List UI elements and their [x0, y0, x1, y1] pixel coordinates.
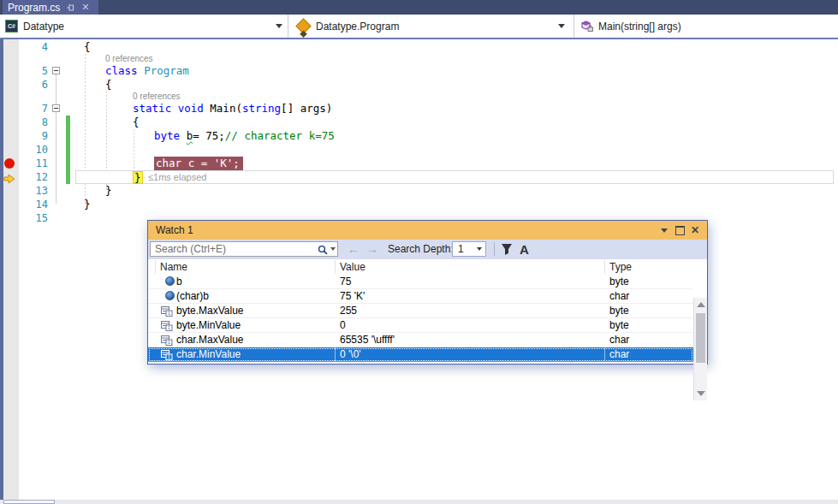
project-dropdown[interactable]: C# Datatype [5, 15, 64, 38]
code-token [180, 129, 187, 142]
code-line[interactable]: } [84, 198, 91, 211]
member-dropdown[interactable]: Main(string[] args) [580, 15, 681, 38]
vertical-scrollbar[interactable] [693, 298, 707, 400]
line-number: 14 [19, 198, 48, 211]
cell-name: byte.MinValue [176, 318, 241, 332]
execution-pointer-icon [3, 172, 15, 187]
watch-row[interactable]: b75byte [148, 275, 693, 289]
code-token: string [242, 102, 281, 115]
line-number: 7 [19, 102, 48, 116]
cell-type: char [609, 289, 629, 303]
search-icon[interactable] [318, 243, 328, 258]
cell-type: char [609, 333, 629, 347]
cell-value: 75 'K' [340, 289, 365, 303]
line-number: 5 [19, 64, 48, 78]
cell-type: char [609, 347, 629, 361]
tab-program-cs[interactable]: Program.cs ✕ [3, 0, 98, 15]
code-token [171, 102, 178, 115]
code-token: // character k=75 [225, 129, 335, 142]
column-divider[interactable] [604, 260, 605, 274]
navigation-bar: C# Datatype Datatype.Program Main(string… [0, 15, 838, 39]
line-number: 13 [19, 184, 48, 198]
search-forward-icon[interactable]: → [366, 241, 378, 258]
maximize-icon[interactable] [673, 221, 686, 240]
column-header-type[interactable]: Type [609, 259, 632, 275]
code-token: char [156, 157, 188, 169]
code-token: Program [144, 64, 189, 77]
scroll-down-icon[interactable] [697, 391, 705, 396]
watch-grid: Name Value Type b75byte(char)b75 'K'char… [148, 259, 707, 362]
filter-icon[interactable] [501, 243, 513, 258]
watch-row[interactable]: 1byte.MaxValue255byte [148, 304, 693, 318]
watch-row[interactable]: (char)b75 'K'char [148, 289, 693, 304]
column-header-name[interactable]: Name [160, 259, 187, 275]
code-line[interactable]: static void Main(string[] args) [133, 102, 332, 116]
cell-type: byte [609, 318, 629, 332]
column-divider[interactable] [335, 260, 336, 274]
watch-toolbar: ← → Search Depth: 1 A [148, 240, 707, 259]
scrollbar-thumb[interactable] [3, 500, 55, 504]
code-line[interactable]: { [105, 78, 112, 92]
watch-row[interactable]: 1char.MinValue0 '\0'char [148, 347, 693, 362]
cell-value: 65535 '\uffff' [340, 333, 395, 347]
divider [288, 15, 288, 38]
cell-type: byte [609, 275, 629, 288]
chevron-down-icon[interactable] [330, 247, 336, 251]
breakpoint-icon[interactable] [4, 158, 15, 169]
indent-guide [134, 129, 134, 170]
close-icon[interactable]: ✕ [81, 3, 89, 12]
collapse-toggle-icon[interactable] [52, 104, 60, 112]
code-line[interactable]: char c = 'K'; [154, 157, 243, 170]
chevron-down-icon[interactable] [276, 24, 282, 28]
cell-value: 0 '\0' [340, 347, 361, 361]
match-case-icon[interactable]: A [520, 240, 529, 259]
private-method-icon [580, 21, 593, 33]
watch-row[interactable]: 1char.MaxValue65535 '\uffff'char [148, 333, 693, 347]
cell-name: char.MaxValue [176, 333, 244, 347]
code-token: { [84, 40, 91, 53]
scrollbar-thumb[interactable] [696, 313, 705, 363]
line-number: 15 [19, 211, 48, 225]
const-icon: 1 [161, 335, 173, 348]
chevron-down-icon[interactable] [558, 24, 565, 28]
watch-row[interactable]: 1byte.MinValue0byte [148, 318, 693, 333]
window-position-icon[interactable] [657, 221, 671, 240]
line-number: 11 [19, 157, 48, 170]
scroll-up-icon[interactable] [697, 302, 705, 307]
code-token: [] args) [281, 102, 332, 115]
perf-tip[interactable]: ≤1ms elapsed [148, 172, 206, 183]
code-token: { [133, 116, 140, 128]
type-dropdown[interactable]: Datatype.Program [296, 15, 399, 38]
code-line[interactable]: { [84, 40, 91, 54]
collapse-toggle-icon[interactable] [52, 67, 60, 74]
codelens-references[interactable]: 0 references [105, 54, 153, 64]
watch-window: Watch 1 ✕ ← → Search Depth: 1 A Name Val… [147, 220, 708, 365]
current-line-box: }≤1ms elapsed [75, 170, 834, 184]
codelens-references[interactable]: 0 references [133, 92, 181, 102]
column-divider [604, 347, 605, 361]
horizontal-scrollbar[interactable] [0, 500, 838, 504]
line-number: 9 [19, 129, 48, 143]
search-input[interactable] [150, 241, 338, 257]
watch-title-bar[interactable]: Watch 1 ✕ [148, 221, 707, 240]
code-token: static [133, 102, 171, 115]
code-token: byte [154, 129, 180, 142]
column-header-value[interactable]: Value [340, 259, 366, 275]
code-line[interactable]: } [105, 184, 112, 198]
line-number: 12 [19, 170, 48, 184]
code-line[interactable]: { [133, 116, 140, 129]
close-icon[interactable]: ✕ [688, 221, 702, 240]
column-divider[interactable] [155, 260, 156, 274]
search-depth-select[interactable]: 1 [452, 241, 486, 257]
pin-icon[interactable] [66, 3, 75, 12]
code-token: void [178, 102, 204, 115]
breakpoint-margin[interactable] [3, 39, 19, 500]
code-line[interactable]: class Program [105, 64, 189, 78]
search-back-icon[interactable]: ← [348, 241, 360, 258]
code-line[interactable]: byte b= 75;// character k=75 [154, 129, 335, 143]
project-name: Datatype [23, 21, 64, 33]
cell-name: char.MinValue [176, 347, 241, 361]
cell-name: byte.MaxValue [176, 304, 244, 317]
type-name: Datatype.Program [316, 21, 399, 33]
outline-margin-line [56, 74, 56, 204]
